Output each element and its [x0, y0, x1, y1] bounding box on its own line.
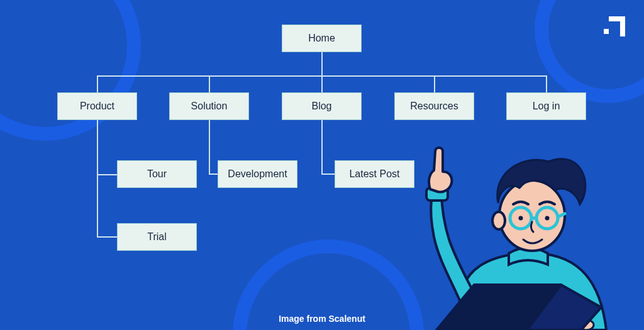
- node-development: Development: [218, 160, 297, 188]
- svg-point-9: [519, 216, 523, 221]
- svg-rect-2: [604, 29, 609, 34]
- node-label: Resources: [410, 101, 458, 112]
- node-label: Solution: [191, 101, 228, 112]
- node-label: Log in: [533, 101, 560, 112]
- connector: [321, 52, 323, 75]
- node-label: Latest Post: [349, 168, 399, 180]
- scalenut-logo-icon: [604, 16, 625, 36]
- node-tour: Tour: [117, 160, 197, 188]
- connector: [321, 173, 335, 175]
- connector: [209, 173, 218, 175]
- svg-point-4: [492, 212, 505, 229]
- connector: [97, 174, 117, 175]
- node-trial: Trial: [117, 223, 197, 251]
- svg-line-8: [558, 213, 566, 217]
- connector: [321, 120, 323, 174]
- svg-point-10: [545, 216, 550, 221]
- svg-rect-1: [620, 16, 625, 36]
- node-solution: Solution: [169, 92, 249, 120]
- node-label: Home: [308, 33, 335, 44]
- node-label: Trial: [147, 231, 167, 243]
- svg-point-5: [510, 207, 531, 229]
- svg-rect-11: [426, 188, 448, 201]
- connector: [321, 75, 323, 92]
- connector: [209, 75, 210, 92]
- diagram-canvas: Home Product Solution Blog Resources Log…: [0, 0, 644, 330]
- svg-point-3: [499, 180, 565, 251]
- node-blog: Blog: [282, 92, 362, 120]
- node-product: Product: [57, 92, 137, 120]
- decorative-ring: [535, 0, 644, 103]
- node-label: Product: [80, 101, 114, 112]
- connector: [209, 120, 210, 174]
- node-resources: Resources: [394, 92, 474, 120]
- node-latest-post: Latest Post: [335, 160, 414, 188]
- node-label: Development: [228, 168, 287, 180]
- connector: [97, 75, 98, 92]
- connector: [434, 75, 435, 92]
- node-label: Tour: [147, 168, 167, 180]
- node-login: Log in: [506, 92, 586, 120]
- image-caption: Image from Scalenut: [0, 314, 644, 324]
- node-home: Home: [282, 25, 362, 52]
- connector: [97, 120, 98, 237]
- svg-point-6: [536, 207, 558, 229]
- connector: [97, 236, 117, 238]
- connector: [546, 75, 547, 92]
- person-with-laptop-illustration: [392, 116, 625, 330]
- node-label: Blog: [311, 101, 331, 112]
